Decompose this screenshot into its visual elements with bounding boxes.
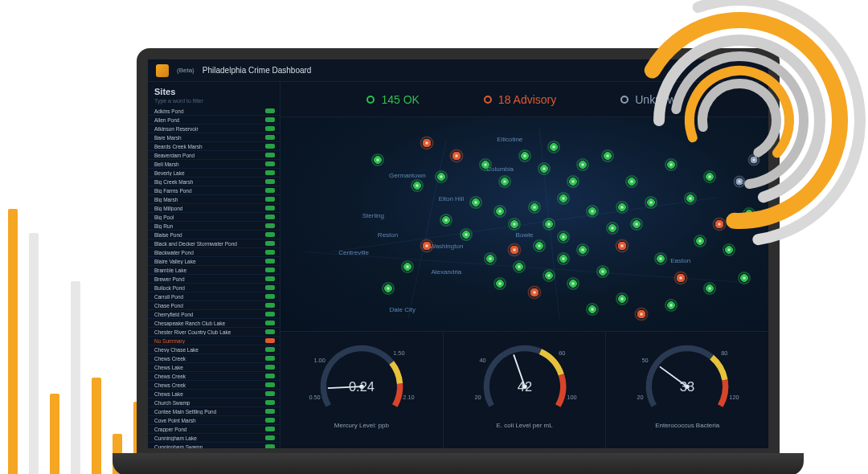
- map-point-ok[interactable]: [481, 160, 490, 170]
- map-point-ok[interactable]: [617, 202, 627, 212]
- site-row[interactable]: Cherryfield Pond: [148, 310, 280, 319]
- map-point-ok[interactable]: [739, 273, 749, 283]
- site-row[interactable]: Chews Lake: [148, 363, 280, 372]
- map-point-advisory[interactable]: [422, 240, 432, 251]
- site-row[interactable]: Blackwater Pond: [148, 248, 280, 257]
- map-point-ok[interactable]: [559, 194, 568, 203]
- site-row[interactable]: Crapper Pond: [148, 425, 280, 434]
- map-point-ok[interactable]: [686, 194, 695, 203]
- site-row[interactable]: Big Marsh: [148, 195, 280, 204]
- site-row[interactable]: Bare Marsh: [148, 133, 280, 142]
- map-point-ok[interactable]: [646, 198, 656, 207]
- map-point-ok[interactable]: [559, 232, 568, 242]
- map-point-ok[interactable]: [539, 164, 549, 174]
- map-point-advisory[interactable]: [529, 288, 539, 298]
- site-row[interactable]: Beards Creek Marsh: [148, 142, 280, 151]
- site-row[interactable]: Brewer Pond: [148, 275, 280, 284]
- map-point-ok[interactable]: [578, 160, 588, 170]
- map-point-ok[interactable]: [568, 279, 578, 288]
- map-point-ok[interactable]: [436, 172, 446, 182]
- map-point-ok[interactable]: [510, 219, 519, 229]
- map-point-ok[interactable]: [403, 262, 412, 272]
- map-point-ok[interactable]: [627, 177, 637, 186]
- map-point-ok[interactable]: [632, 219, 641, 229]
- site-row[interactable]: No Summary: [148, 337, 280, 345]
- map-point-ok[interactable]: [666, 300, 676, 310]
- map-point-advisory[interactable]: [675, 272, 686, 283]
- map-point-ok[interactable]: [578, 245, 588, 255]
- map-point-ok[interactable]: [544, 271, 554, 280]
- site-row[interactable]: Cove Point Marsh: [148, 416, 280, 425]
- status-unknown[interactable]: Unknown: [620, 93, 682, 106]
- site-row[interactable]: Atkinson Reservoir: [148, 125, 280, 133]
- site-row[interactable]: Beaverdam Pond: [148, 151, 280, 160]
- site-row[interactable]: Black and Decker Stormwater Pond: [148, 239, 280, 248]
- map-point-ok[interactable]: [695, 236, 705, 246]
- map-point-ok[interactable]: [495, 279, 505, 288]
- map-point-ok[interactable]: [383, 284, 393, 293]
- map-point-ok[interactable]: [441, 215, 451, 225]
- site-row[interactable]: Chews Creek: [148, 381, 280, 390]
- map-point-ok[interactable]: [617, 294, 627, 304]
- map-point-unknown[interactable]: [735, 177, 743, 186]
- site-row[interactable]: Blaire Valley Lake: [148, 257, 280, 266]
- site-row[interactable]: Chase Pond: [148, 301, 280, 310]
- site-row[interactable]: Chesapeake Ranch Club Lake: [148, 319, 280, 328]
- map-point-ok[interactable]: [485, 254, 495, 264]
- map-point-advisory[interactable]: [714, 219, 725, 230]
- map-point-ok[interactable]: [500, 177, 510, 186]
- map-point-advisory[interactable]: [451, 150, 461, 161]
- map-point-ok[interactable]: [588, 304, 597, 314]
- site-row[interactable]: Chews Creek: [148, 354, 280, 363]
- site-row[interactable]: Bullock Pond: [148, 284, 280, 292]
- map-point-ok[interactable]: [568, 177, 578, 186]
- map-view[interactable]: GermantownColumbiaEllicotineElton HillSt…: [280, 117, 768, 332]
- map-point-advisory[interactable]: [616, 240, 627, 251]
- map-point-ok[interactable]: [520, 151, 530, 161]
- map-point-ok[interactable]: [412, 181, 422, 190]
- map-point-ok[interactable]: [495, 206, 505, 216]
- sidebar-filter-input[interactable]: Type a word to filter: [148, 98, 280, 107]
- map-point-ok[interactable]: [514, 262, 524, 272]
- site-row[interactable]: Big Run: [148, 222, 280, 231]
- map-point-ok[interactable]: [549, 142, 559, 152]
- site-row[interactable]: Bell Marsh: [148, 160, 280, 169]
- map-point-ok[interactable]: [666, 160, 676, 170]
- map-point-ok[interactable]: [608, 223, 617, 233]
- status-ok[interactable]: 145 OK: [366, 93, 419, 106]
- site-row[interactable]: Chester River Country Club Lake: [148, 328, 280, 337]
- site-row[interactable]: Cunningham Swamp: [148, 443, 280, 448]
- site-list[interactable]: Adkins PondAllen PondAtkinson ReservoirB…: [148, 107, 280, 448]
- site-row[interactable]: Chevy Chase Lake: [148, 345, 280, 354]
- site-row[interactable]: Church Swamp: [148, 398, 280, 407]
- site-row[interactable]: Allen Pond: [148, 116, 280, 125]
- site-row[interactable]: Contee Main Settling Pond: [148, 407, 280, 416]
- map-point-unknown[interactable]: [749, 156, 758, 165]
- map-point-ok[interactable]: [603, 151, 612, 161]
- map-point-ok[interactable]: [724, 245, 734, 255]
- map-point-advisory[interactable]: [510, 244, 520, 255]
- map-point-ok[interactable]: [559, 254, 568, 264]
- map-point-ok[interactable]: [534, 241, 544, 251]
- site-row[interactable]: Beverly Lake: [148, 169, 280, 178]
- map-point-ok[interactable]: [705, 172, 714, 182]
- site-row[interactable]: Big Pool: [148, 213, 280, 222]
- map-point-ok[interactable]: [530, 202, 539, 212]
- site-row[interactable]: Cunningham Lake: [148, 434, 280, 443]
- site-row[interactable]: Chews Lake: [148, 390, 280, 398]
- site-row[interactable]: Adkins Pond: [148, 107, 280, 116]
- map-point-ok[interactable]: [461, 230, 471, 239]
- site-row[interactable]: Blaise Pond: [148, 231, 280, 239]
- site-row[interactable]: Big Farms Pond: [148, 186, 280, 195]
- site-row[interactable]: Chews Creek: [148, 372, 280, 381]
- map-point-ok[interactable]: [588, 206, 597, 216]
- map-point-ok[interactable]: [373, 155, 383, 165]
- status-advisory[interactable]: 18 Advisory: [484, 93, 556, 106]
- site-row[interactable]: Carroll Pond: [148, 292, 280, 301]
- map-point-advisory[interactable]: [422, 137, 432, 148]
- map-point-ok[interactable]: [471, 198, 481, 207]
- map-point-advisory[interactable]: [637, 309, 647, 319]
- site-row[interactable]: Big Creek Marsh: [148, 178, 280, 186]
- map-point-ok[interactable]: [544, 219, 554, 229]
- map-point-ok[interactable]: [744, 209, 754, 219]
